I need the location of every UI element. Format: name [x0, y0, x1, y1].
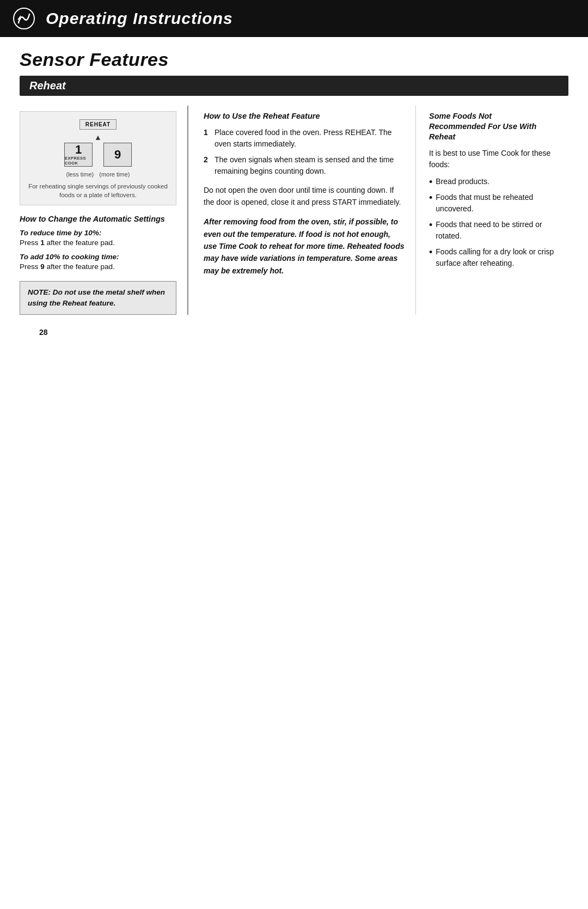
note-box: NOTE: Do not use the metal shelf when us… — [20, 281, 176, 315]
step-2-num: 2 — [204, 154, 211, 177]
keypad-times: (less time) (more time) — [66, 171, 130, 178]
some-foods-heading: Some Foods Not Recommended For Use With … — [429, 111, 568, 142]
arrow-up-icon: ▲ — [94, 133, 102, 142]
bullet-dot-4: • — [429, 247, 432, 257]
how-to-change-heading: How to Change the Automatic Settings — [20, 214, 176, 224]
key-9-number: 9 — [114, 149, 121, 161]
keypad-diagram: REHEAT ▲ 1 EXPRESS COOK 9 (less time) (m… — [20, 111, 176, 205]
how-to-use-heading: How to Use the Reheat Feature — [204, 111, 405, 121]
brand-logo — [11, 5, 37, 32]
bullet-4: • Foods calling for a dry look or crisp … — [429, 246, 568, 269]
page-number: 28 — [39, 328, 588, 337]
middle-column: How to Use the Reheat Feature 1 Place co… — [188, 106, 416, 315]
after-note: After removing food from the oven, stir,… — [204, 216, 405, 277]
key-1-box: 1 EXPRESS COOK — [64, 143, 93, 167]
reduce-time-label: To reduce time by 10%: — [20, 229, 176, 237]
bullet-1: • Bread products. — [429, 176, 568, 187]
less-time-label: (less time) — [66, 171, 94, 178]
page-header: Operating Instructions — [0, 0, 588, 37]
bullet-list: • Bread products. • Foods that must be r… — [429, 176, 568, 269]
some-foods-intro: It is best to use Time Cook for these fo… — [429, 148, 568, 170]
bullet-dot-3: • — [429, 220, 432, 230]
section-header: Reheat — [20, 76, 568, 96]
bullet-dot-2: • — [429, 193, 432, 203]
right-column: Some Foods Not Recommended For Use With … — [416, 106, 568, 315]
page-title-area: Sensor Features — [0, 37, 588, 76]
reduce-time-body: Press 1 after the feature pad. — [20, 238, 176, 248]
bullet-1-text: Bread products. — [436, 176, 489, 187]
step-2: 2 The oven signals when steam is sensed … — [204, 154, 405, 177]
bullet-3-text: Foods that need to be stirred or rotated… — [436, 219, 568, 242]
left-column: REHEAT ▲ 1 EXPRESS COOK 9 (less time) (m… — [20, 106, 188, 315]
reheat-button-label: REHEAT — [79, 119, 117, 130]
bullet-3: • Foods that need to be stirred or rotat… — [429, 219, 568, 242]
add-time-body: Press 9 after the feature pad. — [20, 262, 176, 272]
reduce-key: 1 — [40, 239, 45, 247]
keypad-row: 1 EXPRESS COOK 9 — [64, 143, 132, 167]
header-title: Operating Instructions — [46, 9, 233, 28]
bullet-4-text: Foods calling for a dry look or crisp su… — [436, 246, 568, 269]
more-time-label: (more time) — [99, 171, 130, 178]
step-1-body: Place covered food in the oven. Press RE… — [215, 127, 405, 150]
key-1-label: EXPRESS COOK — [65, 156, 92, 166]
steps-list: 1 Place covered food in the oven. Press … — [204, 127, 405, 177]
bullet-2: • Foods that must be reheated uncovered. — [429, 192, 568, 215]
page-title: Sensor Features — [20, 49, 568, 70]
key-1-number: 1 — [75, 144, 82, 156]
key-9-box: 9 — [103, 143, 132, 167]
add-key: 9 — [40, 263, 45, 271]
keypad-caption: For reheating single servings of previou… — [27, 182, 169, 199]
bullet-2-text: Foods that must be reheated uncovered. — [436, 192, 568, 215]
add-time-label: To add 10% to cooking time: — [20, 253, 176, 261]
step-2-body: The oven signals when steam is sensed an… — [215, 154, 405, 177]
svg-marker-1 — [17, 15, 21, 20]
main-content: REHEAT ▲ 1 EXPRESS COOK 9 (less time) (m… — [0, 106, 588, 315]
mid-paragraph: Do not open the oven door until time is … — [204, 185, 405, 208]
step-1: 1 Place covered food in the oven. Press … — [204, 127, 405, 150]
step-1-num: 1 — [204, 127, 211, 150]
bullet-dot-1: • — [429, 177, 432, 187]
